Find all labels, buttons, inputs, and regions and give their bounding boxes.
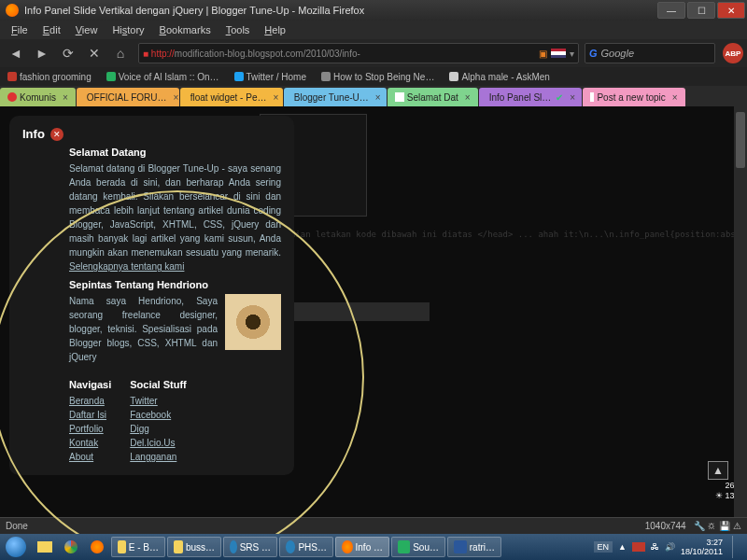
locale-dropdown-icon[interactable]: ▾ — [570, 49, 574, 59]
menu-bar: FFileile Edit View History Bookmarks Too… — [0, 21, 747, 39]
menu-view[interactable]: View — [68, 22, 106, 37]
adblock-icon[interactable]: ABP — [723, 43, 743, 63]
tab[interactable]: Post a new topic× — [583, 88, 685, 106]
info-panel: Info ✕ Selamat Datang Selamat datang di … — [9, 116, 294, 475]
quicklaunch-chrome[interactable] — [58, 536, 84, 558]
rss-icon[interactable]: ▣ — [539, 49, 547, 59]
tab-bar: Komunis× OFFICIAL FORU…× float widget - … — [0, 86, 747, 106]
taskbar-item[interactable]: SRS … — [223, 537, 277, 557]
tab-close-icon[interactable]: × — [174, 92, 179, 103]
locale-flag-icon[interactable] — [551, 49, 566, 58]
window-titlebar: Info Panel Slide Vertikal dengan jQuery … — [0, 0, 747, 21]
welcome-text: Selamat datang di Blogger Tune-Up - saya… — [69, 161, 281, 273]
bookmark-item[interactable]: Alpha male - AskMen — [442, 70, 557, 84]
social-link-langganan[interactable]: Langganan — [130, 450, 176, 464]
taskbar-item[interactable]: Sou… — [391, 537, 445, 557]
folder-icon — [174, 540, 183, 553]
social-link-digg[interactable]: Digg — [130, 422, 149, 436]
about-us-link[interactable]: Selengkapnya tentang kami — [69, 261, 184, 272]
system-tray: EN ▲ 🖧 🔊 3:27 18/10/2011 — [594, 536, 747, 558]
window-minimize-button[interactable]: — — [657, 2, 685, 19]
search-placeholder: Google — [601, 48, 634, 59]
nav-toolbar: ◄ ► ⟳ ✕ ⌂ ■ http:// modification-blog.bl… — [0, 39, 747, 67]
taskbar-item-active[interactable]: Info … — [335, 537, 389, 557]
home-button[interactable]: ⌂ — [108, 42, 133, 64]
window-close-button[interactable]: ✕ — [717, 2, 745, 19]
twitter-icon — [234, 72, 244, 81]
tab-close-icon[interactable]: × — [465, 92, 471, 103]
author-avatar — [225, 294, 281, 350]
nav-link-daftar-isi[interactable]: Daftar Isi — [69, 408, 106, 422]
bookmark-item[interactable]: fashion grooming — [0, 70, 99, 84]
nav-link-beranda[interactable]: Beranda — [69, 394, 105, 408]
vertical-scrollbar[interactable] — [734, 106, 747, 517]
menu-tools[interactable]: Tools — [218, 22, 258, 37]
windows-orb-icon — [6, 537, 26, 557]
nav-link-kontak[interactable]: Kontak — [69, 436, 98, 450]
search-box[interactable]: G Google — [585, 43, 715, 63]
tab-close-icon[interactable]: × — [273, 92, 278, 103]
menu-bookmarks[interactable]: Bookmarks — [152, 22, 218, 37]
tab-active[interactable]: Info Panel Sl…✔× — [479, 88, 582, 106]
tab[interactable]: Selamat Dat× — [388, 88, 478, 106]
language-indicator[interactable]: EN — [594, 541, 613, 553]
reload-button[interactable]: ⟳ — [56, 42, 80, 64]
bookmark-item[interactable]: How to Stop Being Ne… — [314, 70, 442, 84]
favicon-icon — [7, 92, 17, 102]
tab-close-icon[interactable]: × — [63, 92, 68, 103]
info-panel-close-button[interactable]: ✕ — [50, 128, 63, 141]
folder-icon — [118, 540, 126, 553]
bookmark-item[interactable]: Voice of Al Islam :: On… — [99, 70, 227, 84]
status-text: Done — [6, 521, 28, 531]
scroll-to-top-button[interactable]: ▲ — [708, 461, 728, 480]
menu-edit[interactable]: Edit — [35, 22, 68, 37]
menu-help[interactable]: Help — [257, 22, 293, 37]
stop-button[interactable]: ✕ — [82, 42, 106, 64]
menu-file[interactable]: FFileile — [4, 22, 35, 37]
tab-close-icon[interactable]: × — [570, 92, 575, 103]
quicklaunch-explorer[interactable] — [32, 536, 58, 558]
bookmark-icon — [7, 72, 17, 81]
chrome-icon — [64, 540, 78, 553]
nav-link-portfolio[interactable]: Portfolio — [69, 422, 104, 436]
tab[interactable]: float widget - Pe…× — [180, 88, 283, 106]
bookmark-item[interactable]: Twitter / Home — [227, 70, 314, 84]
start-button[interactable] — [0, 534, 32, 560]
author-heading: Sepintas Tentang Hendriono — [69, 279, 281, 290]
tab-close-icon[interactable]: × — [375, 92, 381, 103]
social-link-delicious[interactable]: Del.Icio.Us — [130, 436, 175, 450]
author-text: Nama saya Hendriono, Saya seorang freela… — [69, 294, 218, 364]
check-icon: ✔ — [556, 92, 563, 103]
menu-history[interactable]: History — [105, 22, 151, 37]
back-button[interactable]: ◄ — [4, 42, 28, 64]
tab[interactable]: OFFICIAL FORU…× — [77, 88, 179, 106]
social-link-facebook[interactable]: Facebook — [130, 408, 171, 422]
taskbar-item[interactable]: ratri… — [447, 537, 501, 557]
show-desktop-button[interactable] — [732, 536, 741, 558]
google-icon: G — [589, 48, 598, 59]
nav-link-about[interactable]: About — [69, 450, 93, 464]
word-icon — [454, 540, 467, 553]
window-maximize-button[interactable]: ☐ — [687, 2, 715, 19]
social-link-twitter[interactable]: Twitter — [130, 394, 157, 408]
url-scheme: ■ http:// — [143, 49, 175, 59]
taskbar-item[interactable]: buss… — [167, 537, 221, 557]
flag-icon[interactable] — [632, 542, 645, 552]
tray-up-icon[interactable]: ▲ — [618, 542, 627, 552]
app-icon — [398, 540, 410, 553]
tab-close-icon[interactable]: × — [672, 92, 678, 103]
tab[interactable]: Komunis× — [0, 88, 76, 106]
quicklaunch-firefox[interactable] — [84, 536, 110, 558]
tab[interactable]: Blogger Tune-U…× — [284, 88, 387, 106]
bookmarks-bar: fashion grooming Voice of Al Islam :: On… — [0, 67, 747, 86]
network-icon[interactable]: 🖧 — [651, 542, 659, 552]
bookmark-icon — [106, 72, 116, 81]
address-bar[interactable]: ■ http:// modification-blog.blogspot.com… — [138, 43, 579, 63]
scrollbar-thumb[interactable] — [736, 112, 745, 168]
volume-icon[interactable]: 🔊 — [665, 542, 675, 552]
forward-button[interactable]: ► — [30, 42, 54, 64]
taskbar-clock[interactable]: 3:27 18/10/2011 — [681, 538, 723, 556]
window-title: Info Panel Slide Vertikal dengan jQuery … — [24, 5, 364, 16]
taskbar-item[interactable]: PHS… — [279, 537, 333, 557]
taskbar-item[interactable]: E - B… — [111, 537, 165, 557]
